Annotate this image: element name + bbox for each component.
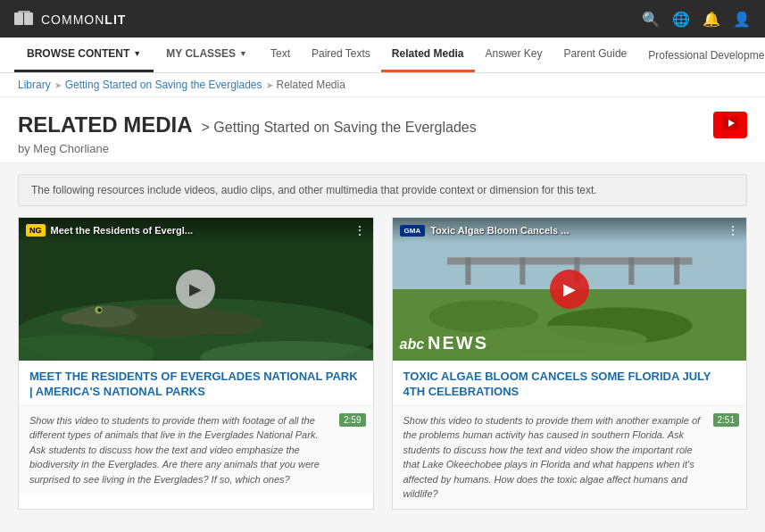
svg-rect-18 [465, 257, 470, 285]
video-thumb-1[interactable]: NG Meet the Residents of Evergl... ⋮ ▶ [19, 218, 373, 361]
video-title-1: Meet the Residents of Evergl... [51, 225, 348, 236]
ng-badge: NG [26, 224, 46, 237]
tab-parent-guide[interactable]: Parent Guide [553, 37, 638, 72]
pro-dev-portal[interactable]: Professional Development Portal [637, 37, 765, 72]
card-desc-area-2: 2:51 Show this video to students to prov… [393, 405, 747, 509]
svg-rect-19 [520, 257, 525, 285]
description-bar: The following resources include videos, … [18, 174, 747, 206]
classes-chevron-icon: ▼ [239, 49, 247, 58]
svg-rect-21 [628, 257, 634, 285]
breadcrumb-sep-2: ➤ [266, 80, 273, 90]
tab-paired-texts[interactable]: Paired Texts [301, 37, 381, 72]
video-overlay-2: GMA Toxic Algae Bloom Cancels ... ⋮ [393, 218, 747, 243]
brand-text: COMMONLIT [41, 12, 126, 27]
media-card-2: GMA Toxic Algae Bloom Cancels ... ⋮ ▶ ab… [392, 217, 748, 510]
channel-badge-1: NG [26, 224, 46, 237]
video-title-2: Toxic Algae Bloom Cancels ... [430, 225, 721, 236]
video-overlay-1: NG Meet the Residents of Evergl... ⋮ [19, 218, 373, 243]
breadcrumb-library[interactable]: Library [18, 79, 51, 91]
brand-logo[interactable]: COMMONLIT [14, 11, 126, 27]
channel-badge-2: GMA [400, 225, 426, 237]
navbar-icons: 🔍 🌐 🔔 👤 [642, 11, 751, 28]
my-classes-nav[interactable]: MY CLASSES ▼ [154, 37, 260, 72]
svg-point-12 [97, 308, 101, 312]
svg-rect-22 [674, 257, 679, 285]
card-desc-area-1: 2:59 Show this video to students to prov… [19, 405, 373, 495]
card-description-1: Show this video to students to provide t… [29, 413, 362, 487]
tab-related-media[interactable]: Related Media [381, 37, 475, 72]
media-card-1: NG Meet the Residents of Evergl... ⋮ ▶ M… [18, 217, 374, 510]
navbar: COMMONLIT 🔍 🌐 🔔 👤 [0, 0, 765, 37]
description-text: The following resources include videos, … [31, 184, 597, 196]
book-icon [14, 11, 34, 27]
content-area: NG Meet the Residents of Evergl... ⋮ ▶ M… [0, 217, 765, 528]
abc-news-overlay: abc NEWS [400, 333, 489, 353]
abc-text: abc [400, 337, 425, 353]
card-title-1: MEET THE RESIDENTS OF EVERGLADES NATIONA… [19, 361, 373, 405]
bell-icon[interactable]: 🔔 [703, 11, 720, 28]
youtube-icon [722, 117, 738, 129]
tab-text[interactable]: Text [260, 37, 301, 72]
brand-lit: LIT [104, 12, 126, 27]
page-title: RELATED MEDIA > Getting Started on Savin… [18, 112, 477, 137]
page-author: by Meg Chorliane [18, 142, 747, 155]
top-nav: BROWSE CONTENT ▼ MY CLASSES ▼ Text Paire… [0, 37, 765, 73]
more-options-icon-2[interactable]: ⋮ [727, 223, 739, 237]
card-title-2: TOXIC ALGAE BLOOM CANCELS SOME FLORIDA J… [393, 361, 747, 405]
play-button-2[interactable]: ▶ [550, 270, 589, 309]
browse-content-nav[interactable]: BROWSE CONTENT ▼ [14, 37, 154, 72]
author-name: Meg Chorliane [33, 142, 109, 155]
breadcrumb-sep-1: ➤ [54, 80, 62, 90]
news-text: NEWS [428, 333, 488, 353]
gma-badge: GMA [400, 225, 426, 237]
duration-badge-2: 2:51 [713, 413, 739, 427]
svg-point-25 [465, 326, 646, 353]
brand-common: COMMON [41, 12, 104, 27]
svg-rect-1 [24, 12, 33, 25]
media-grid: NG Meet the Residents of Evergl... ⋮ ▶ M… [18, 217, 747, 510]
svg-rect-0 [14, 12, 23, 25]
browse-chevron-icon: ▼ [133, 49, 141, 58]
section-label: RELATED MEDIA [18, 112, 193, 137]
page-header: RELATED MEDIA > Getting Started on Savin… [0, 97, 765, 163]
search-icon[interactable]: 🔍 [642, 11, 660, 28]
tab-answer-key[interactable]: Answer Key [475, 37, 553, 72]
play-button-1[interactable]: ▶ [176, 270, 215, 309]
breadcrumb-lesson[interactable]: Getting Started on Saving the Everglades [65, 79, 262, 91]
more-options-icon-1[interactable]: ⋮ [353, 223, 366, 237]
user-icon[interactable]: 👤 [733, 11, 751, 28]
title-subtitle: > Getting Started on Saving the Everglad… [202, 120, 477, 136]
breadcrumb-current: Related Media [277, 79, 345, 91]
youtube-button[interactable] [713, 112, 747, 138]
svg-point-8 [191, 312, 263, 334]
svg-rect-17 [447, 257, 693, 264]
content-tabs: Text Paired Texts Related Media Answer K… [260, 37, 637, 72]
video-thumb-2[interactable]: GMA Toxic Algae Bloom Cancels ... ⋮ ▶ ab… [393, 218, 747, 361]
svg-point-10 [62, 312, 95, 324]
globe-icon[interactable]: 🌐 [672, 11, 690, 28]
breadcrumb: Library ➤ Getting Started on Saving the … [0, 73, 765, 97]
duration-badge-1: 2:59 [339, 413, 365, 427]
card-description-2: Show this video to students to provide t… [403, 413, 736, 502]
svg-rect-2 [18, 11, 30, 12]
